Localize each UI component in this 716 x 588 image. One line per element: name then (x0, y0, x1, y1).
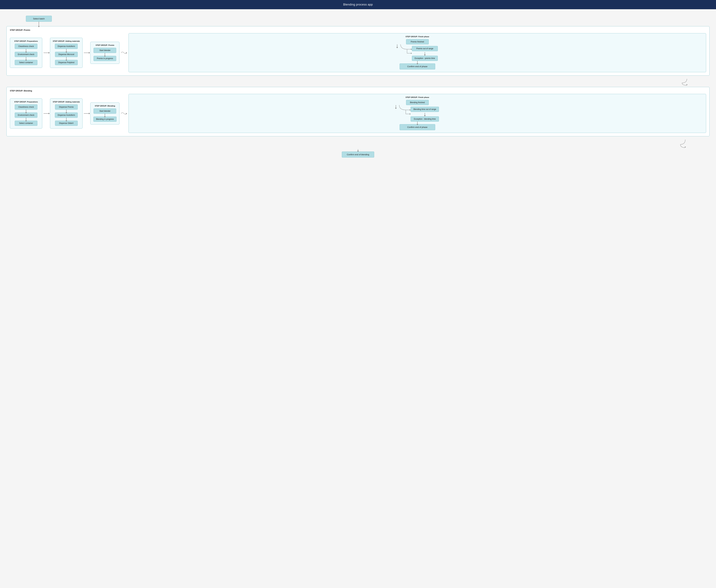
premix-row: STEP GROUP: Preparations Cleanliness che… (10, 33, 706, 72)
arrow-finish-0 (397, 44, 397, 47)
blending-blend-label: STEP GROUP: Blending (93, 105, 117, 107)
arrow-mat-to-premix (83, 52, 90, 53)
final-connector-svg (677, 140, 693, 149)
arrow-final (358, 149, 358, 151)
premix-mat-node-0[interactable]: Dispense Acetoferm (55, 44, 78, 49)
arrow-select-batch (39, 22, 39, 26)
premix-prep-nodes: Cleanliness check Environment check Sele… (13, 44, 40, 65)
blending-blending-group: STEP GROUP: Blending Start blender Blend… (90, 103, 120, 125)
inter-group-connector (6, 79, 710, 87)
premix-finished-node[interactable]: Premix finished (406, 39, 429, 44)
arrow-to-bconfirm (417, 122, 417, 124)
blending-exception-time[interactable]: Exception - blending time (411, 117, 439, 122)
arrow-blend-0 (105, 114, 105, 117)
blending-finish-label: STEP GROUP: Finish phase (131, 96, 703, 98)
blending-outer-group: STEP GROUP: Blending STEP GROUP: Prepara… (6, 87, 710, 136)
arrow-bprep-1 (26, 118, 26, 121)
app-header: Blending process app (0, 0, 716, 9)
arrow-to-confirm (417, 61, 417, 63)
premix-finish-label: STEP GROUP: Finish phase (131, 36, 703, 38)
premix-exception-time[interactable]: Exception - premix time (412, 56, 438, 61)
premix-left-col (397, 44, 397, 47)
svg-marker-3 (686, 84, 688, 85)
arrow-bprep-to-mat (42, 113, 50, 114)
premix-right-branch: Premix out of range Exception - premix t… (399, 44, 438, 61)
premix-finish-inner: Premix finished (131, 39, 703, 69)
premix-start-blender[interactable]: Start blender (93, 48, 116, 53)
blending-start-blender[interactable]: Start blender (93, 108, 116, 114)
premix-premix-nodes: Start blender Premix in progress (93, 48, 117, 61)
final-connector-wrapper (6, 140, 710, 149)
blending-left-col (396, 105, 396, 108)
premix-outer-label: STEP GROUP: Premix (10, 29, 706, 31)
premix-mat-label: STEP GROUP: Adding materials (53, 40, 80, 42)
confirm-end-blending-wrapper: Confirm end of blending (6, 149, 710, 158)
premix-prep-label: STEP GROUP: Preparations (13, 40, 40, 42)
confirm-end-blending-node[interactable]: Confirm end of blending (342, 151, 374, 158)
premix-prep-node-0[interactable]: Cleanliness check (15, 44, 37, 49)
header-title: Blending process app (343, 3, 373, 6)
premix-adding-materials: STEP GROUP: Adding materials Dispense Ac… (50, 38, 83, 68)
blending-finish-inner: Blending finished (131, 100, 703, 130)
blending-out-of-range[interactable]: Blending time out of range (411, 107, 439, 112)
arrow-bmat-to-blend (83, 113, 90, 114)
arrow-bfinish-0 (396, 105, 396, 108)
blending-mat-node-0[interactable]: Dispense Premix (55, 104, 78, 110)
blending-row: STEP GROUP: Preparations Cleanliness che… (10, 94, 706, 133)
premix-finish-phase: STEP GROUP: Finish phase Premix finished (129, 33, 706, 72)
premix-finish-branch-row: Premix out of range Exception - premix t… (131, 44, 703, 61)
premix-premix-group: STEP GROUP: Premix Start blender Premix … (90, 42, 120, 64)
premix-out-of-range[interactable]: Premix out of range (412, 46, 438, 51)
arrow-prep-to-mat (42, 52, 50, 53)
arrow-premix-to-finish (120, 50, 129, 55)
blending-prep-node-0[interactable]: Cleanliness check (15, 104, 37, 110)
blending-preparations: STEP GROUP: Preparations Cleanliness che… (10, 99, 42, 129)
arrow-premix-branch (425, 52, 425, 55)
arrow-premix-0 (105, 53, 105, 56)
blending-blend-nodes: Start blender Blending in progress (93, 108, 117, 122)
blending-mat-label: STEP GROUP: Adding materials (53, 101, 80, 103)
premix-premix-label: STEP GROUP: Premix (93, 44, 117, 46)
arrow-blend-to-finish (120, 111, 129, 116)
blending-prep-nodes: Cleanliness check Environment check Sele… (13, 104, 40, 126)
premix-mat-nodes: Dispense Acetoferm Dispense Microcel Dis… (53, 44, 80, 65)
arrow-bprep-0 (26, 110, 26, 112)
premix-outer-group: STEP GROUP: Premix STEP GROUP: Preparati… (6, 26, 710, 76)
premix-branch-nodes: Premix out of range Exception - premix t… (412, 46, 438, 61)
wavy-arrow-blend-svg (121, 111, 127, 116)
blending-finish-phase: STEP GROUP: Finish phase Blending finish… (129, 94, 706, 133)
wavy-arrow-svg (121, 50, 127, 55)
select-batch-node[interactable]: Select batch (26, 16, 52, 22)
blending-adding-materials: STEP GROUP: Adding materials Dispense Pr… (50, 99, 83, 129)
premix-preparations: STEP GROUP: Preparations Cleanliness che… (10, 38, 42, 68)
inter-group-svg (680, 79, 693, 87)
blending-finished-node[interactable]: Blending finished (406, 100, 429, 105)
blending-mat-nodes: Dispense Premix Dispense Acetoferm Dispe… (53, 104, 80, 126)
svg-marker-7 (685, 147, 686, 148)
main-content: Select batch STEP GROUP: Premix STEP GRO… (0, 14, 716, 164)
arrow-blend-branch (425, 113, 425, 115)
blending-finish-branch-row: Blending time out of range Exception - b… (131, 105, 703, 122)
blending-prep-label: STEP GROUP: Preparations (13, 101, 40, 103)
select-batch-wrapper: Select batch (26, 16, 52, 26)
blending-branch-nodes: Blending time out of range Exception - b… (411, 107, 439, 122)
blending-right-branch: Blending time out of range Exception - b… (398, 105, 439, 122)
blending-outer-label: STEP GROUP: Blending (10, 90, 706, 92)
arrow-prep-0 (26, 49, 26, 52)
arrow-prep-1 (26, 57, 26, 60)
